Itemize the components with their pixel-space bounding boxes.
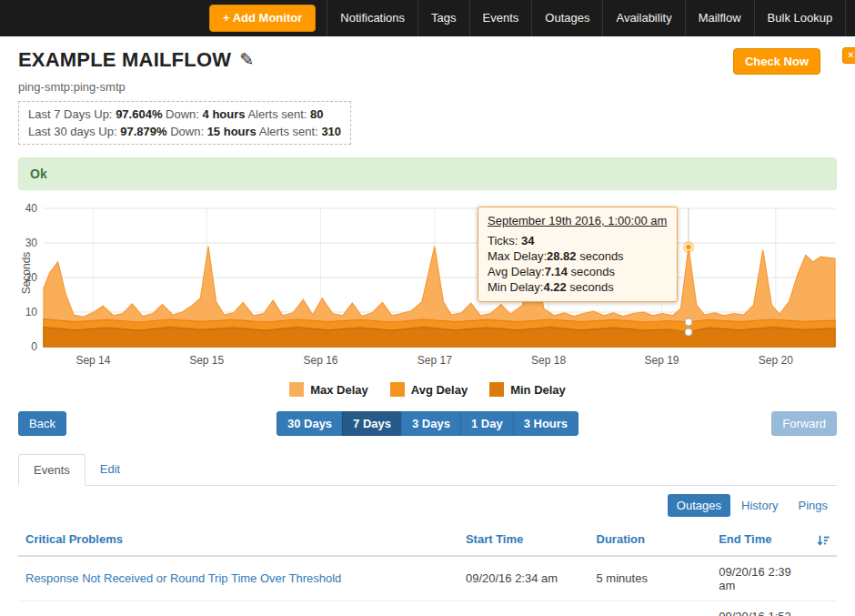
header-end-time[interactable]: End Time — [711, 524, 810, 556]
cell-end-time: 09/20/16 1:52 am — [711, 601, 810, 616]
y-tick-label: 40 — [25, 202, 38, 215]
stat-label: Last 7 Days Up: — [28, 107, 113, 121]
legend-swatch — [489, 382, 504, 397]
tooltip-row-min: Min Delay:4.22 seconds — [488, 279, 668, 295]
x-tick-label: Sep 16 — [303, 354, 337, 367]
tooltip-label: Min Delay: — [488, 280, 543, 294]
header-critical-problems[interactable]: Critical Problems — [18, 524, 458, 556]
stat-label: Alerts sent: — [259, 125, 318, 138]
tab-events[interactable]: Events — [18, 454, 86, 486]
tooltip-suffix: seconds — [567, 280, 614, 294]
range-3-days-button[interactable]: 3 Days — [401, 411, 461, 436]
chart-legend: Max DelayAvg DelayMin Delay — [18, 382, 837, 397]
status-banner: Ok — [18, 157, 837, 190]
x-tick-label: Sep 19 — [644, 354, 679, 367]
tooltip-value: 34 — [521, 234, 534, 247]
stat-label: Alerts sent: — [247, 107, 307, 121]
cell-start-time: 09/20/16 1:46 am — [458, 601, 589, 616]
uptime-stats-box: Last 7 Days Up: 97.604% Down: 4 hours Al… — [18, 101, 351, 145]
time-range-controls: Back 30 Days 7 Days 3 Days 1 Day 3 Hours… — [18, 411, 837, 438]
tab-bar: Events Edit — [18, 454, 837, 486]
tooltip-row-avg: Avg Delay:7.14 seconds — [488, 264, 668, 279]
cell-start-time: 09/20/16 2:34 am — [458, 556, 589, 601]
tab-edit[interactable]: Edit — [86, 454, 135, 485]
edit-pencil-icon[interactable]: ✎ — [239, 48, 254, 72]
top-nav: + Add Monitor Notifications Tags Events … — [0, 0, 855, 36]
nav-item-bulk-lookup[interactable]: Bulk Lookup — [754, 0, 847, 36]
delay-chart-container: Seconds 010203040Sep 14Sep 15Sep 16Sep 1… — [18, 201, 837, 369]
header-duration[interactable]: Duration — [589, 524, 712, 556]
subtab-history[interactable]: History — [732, 494, 787, 517]
nav-item-mailflow[interactable]: Mailflow — [685, 0, 754, 36]
range-7-days-button[interactable]: 7 Days — [342, 411, 402, 436]
monitor-header: EXAMPLE MAILFLOW ✎ Check Now — [18, 48, 837, 75]
tooltip-value: 7.14 — [545, 265, 568, 278]
tooltip-label: Max Delay: — [488, 249, 547, 263]
tooltip-title: September 19th 2016, 1:00:00 am — [488, 214, 668, 227]
x-tick-label: Sep 18 — [531, 354, 566, 367]
brand-logo[interactable]: Supertool — [846, 0, 855, 36]
tooltip-label: Avg Delay: — [488, 265, 545, 278]
stat-down-value: 4 hours — [203, 107, 246, 121]
tooltip-suffix: seconds — [577, 249, 624, 263]
chart-area-min-delay[interactable] — [44, 328, 835, 347]
legend-item-min-delay[interactable]: Min Delay — [489, 382, 566, 397]
legend-item-avg-delay[interactable]: Avg Delay — [390, 382, 468, 397]
stats-line-30days: Last 30 days Up: 97.879% Down: 15 hours … — [28, 123, 341, 140]
range-1-day-button[interactable]: 1 Day — [460, 411, 514, 436]
x-tick-label: Sep 14 — [75, 354, 110, 367]
y-tick-label: 0 — [31, 340, 37, 353]
table-row: Response Not Received or Round Trip Time… — [18, 601, 837, 616]
forward-button[interactable]: Forward — [771, 411, 837, 436]
y-axis-label: Seconds — [20, 252, 33, 295]
range-3-hours-button[interactable]: 3 Hours — [513, 411, 578, 436]
back-button[interactable]: Back — [18, 411, 66, 436]
table-header-row: Critical Problems Start Time Duration En… — [18, 524, 837, 556]
highlight-marker — [685, 318, 692, 326]
chart-tooltip: September 19th 2016, 1:00:00 am Ticks: 3… — [478, 207, 678, 302]
stat-up-value: 97.879% — [120, 125, 166, 138]
cell-problem-link[interactable]: Response Not Received or Round Trip Time… — [18, 556, 458, 601]
tooltip-row-ticks: Ticks: 34 — [488, 233, 668, 248]
tooltip-row-max: Max Delay:28.82 seconds — [488, 248, 668, 264]
stat-label: Down: — [166, 107, 199, 121]
nav-item-tags[interactable]: Tags — [417, 0, 468, 36]
subtab-pings[interactable]: Pings — [789, 494, 837, 517]
header-start-time[interactable]: Start Time — [458, 524, 589, 556]
range-button-group: 30 Days 7 Days 3 Days 1 Day 3 Hours — [277, 411, 578, 436]
table-row: Response Not Received or Round Trip Time… — [18, 556, 837, 601]
y-tick-label: 10 — [25, 306, 38, 318]
cell-end-time: 09/20/16 2:39 am — [711, 556, 810, 601]
check-now-button[interactable]: Check Now — [733, 48, 820, 75]
delay-chart[interactable]: 010203040Sep 14Sep 15Sep 16Sep 17Sep 18S… — [18, 201, 837, 369]
main-content: EXAMPLE MAILFLOW ✎ Check Now ping-smtp:p… — [0, 36, 855, 616]
subtab-bar: Outages History Pings — [18, 494, 837, 517]
x-tick-label: Sep 15 — [189, 354, 224, 367]
legend-item-max-delay[interactable]: Max Delay — [289, 382, 368, 397]
cell-duration: 6 minutes — [589, 601, 712, 616]
subtab-outages[interactable]: Outages — [668, 494, 730, 517]
header-sort[interactable] — [810, 524, 837, 556]
cell-empty — [810, 556, 837, 601]
sort-amount-icon[interactable] — [817, 534, 830, 547]
stats-line-7days: Last 7 Days Up: 97.604% Down: 4 hours Al… — [28, 106, 341, 123]
legend-swatch — [390, 382, 405, 397]
stat-down-value: 15 hours — [207, 125, 256, 138]
x-tick-label: Sep 20 — [759, 354, 793, 367]
highlight-marker-max-core — [686, 244, 692, 250]
page-title: EXAMPLE MAILFLOW — [18, 48, 231, 72]
cell-duration: 5 minutes — [589, 556, 712, 601]
stat-label: Down: — [170, 125, 204, 138]
tooltip-value: 4.22 — [543, 280, 566, 294]
range-30-days-button[interactable]: 30 Days — [277, 411, 343, 436]
nav-item-notifications[interactable]: Notifications — [327, 0, 417, 36]
x-tick-label: Sep 17 — [417, 354, 452, 367]
nav-item-outages[interactable]: Outages — [531, 0, 602, 36]
cell-problem-link[interactable]: Response Not Received or Round Trip Time… — [18, 601, 458, 616]
cell-empty — [810, 601, 837, 616]
add-monitor-button[interactable]: + Add Monitor — [209, 5, 316, 32]
nav-item-events[interactable]: Events — [469, 0, 532, 36]
nav-item-availability[interactable]: Availability — [602, 0, 684, 36]
stat-alerts-value: 310 — [321, 125, 341, 138]
tooltip-label: Ticks: — [488, 234, 521, 247]
